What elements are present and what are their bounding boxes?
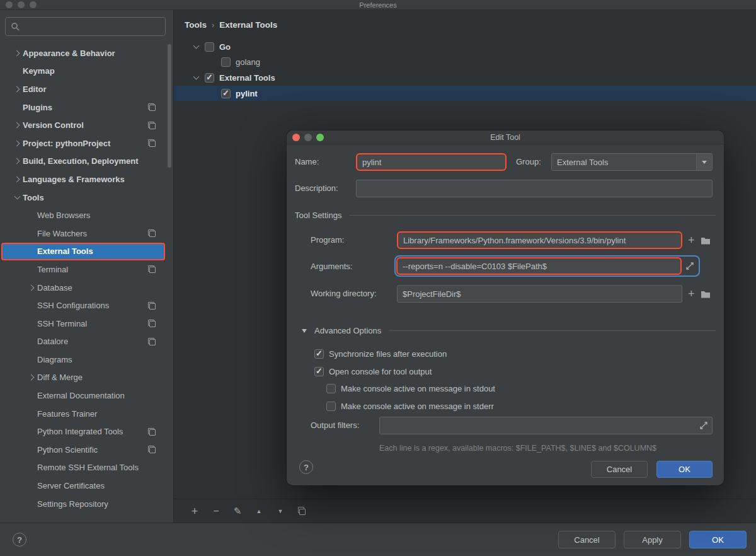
- sidebar-item-tools[interactable]: Tools: [1, 188, 165, 207]
- ok-button[interactable]: OK: [689, 531, 747, 548]
- option-synchronize-files-after-execution[interactable]: Synchronize files after execution: [314, 347, 447, 360]
- sidebar-item-keymap[interactable]: Keymap: [1, 62, 165, 81]
- option-label: Make console active on message in stderr: [341, 402, 494, 411]
- breadcrumb-external-tools[interactable]: External Tools: [219, 20, 277, 30]
- sidebar-item-label: Diagrams: [37, 355, 72, 364]
- apply-button[interactable]: Apply: [624, 531, 681, 548]
- settings-search-input[interactable]: [5, 17, 166, 36]
- sidebar-item-label: Database: [37, 283, 72, 292]
- shared-settings-icon: [148, 338, 156, 345]
- name-input[interactable]: [356, 153, 507, 171]
- sidebar-item-settings-repository[interactable]: Settings Repository: [1, 495, 165, 513]
- browse-folder-icon[interactable]: [701, 236, 711, 245]
- zoom-icon[interactable]: [30, 1, 37, 8]
- option-open-console-for-tool-output[interactable]: Open console for tool output: [314, 365, 432, 378]
- add-icon[interactable]: +: [190, 507, 199, 516]
- remove-icon[interactable]: −: [212, 507, 220, 516]
- dialog-help-button[interactable]: ?: [299, 460, 313, 474]
- chevron-right-icon[interactable]: [11, 175, 23, 183]
- move-up-icon[interactable]: ▲: [255, 507, 263, 516]
- chevron-down-icon[interactable]: [696, 154, 712, 170]
- sidebar-item-database[interactable]: Database: [1, 279, 165, 297]
- sidebar-item-terminal[interactable]: Terminal: [1, 260, 165, 279]
- copy-icon[interactable]: [297, 507, 306, 515]
- sidebar-item-external-tools[interactable]: External Tools: [1, 243, 165, 261]
- checkbox[interactable]: [314, 349, 324, 359]
- output-filters-input[interactable]: [379, 417, 713, 434]
- dialog-zoom-icon[interactable]: [316, 134, 324, 141]
- sidebar-item-build-execution-deployment[interactable]: Build, Execution, Deployment: [1, 153, 165, 171]
- working-directory-input[interactable]: [397, 285, 682, 303]
- option-make-console-active-on-message-in-stdout[interactable]: Make console active on message in stdout: [326, 382, 495, 395]
- sidebar-item-diagrams[interactable]: Diagrams: [1, 350, 165, 369]
- checkbox[interactable]: [205, 73, 214, 83]
- sidebar-item-external-documentation[interactable]: External Documentation: [1, 386, 165, 405]
- expand-output-filters-icon[interactable]: [699, 421, 708, 430]
- sidebar-item-server-certificates[interactable]: Server Certificates: [1, 477, 165, 495]
- sidebar-item-datalore[interactable]: Datalore: [1, 333, 165, 351]
- sidebar-item-python-scientific[interactable]: Python Scientific: [1, 441, 165, 459]
- checkbox[interactable]: [221, 57, 231, 67]
- minimize-icon[interactable]: [18, 1, 25, 8]
- sidebar-item-appearance-behavior[interactable]: Appearance & Behavior: [1, 44, 165, 62]
- chevron-spacer: [26, 463, 37, 472]
- chevron-right-icon[interactable]: [11, 157, 23, 166]
- arguments-input[interactable]: [396, 257, 682, 275]
- edit-icon[interactable]: ✎: [233, 507, 242, 516]
- group-select[interactable]: External Tools: [551, 153, 713, 171]
- move-down-icon[interactable]: ▼: [276, 507, 285, 516]
- help-button[interactable]: ?: [13, 533, 26, 547]
- sidebar-item-editor[interactable]: Editor: [1, 80, 165, 98]
- sidebar-item-python-integrated-tools[interactable]: Python Integrated Tools: [1, 422, 165, 441]
- sidebar-item-project-pythonproject[interactable]: Project: pythonProject: [1, 134, 165, 153]
- checkbox[interactable]: [314, 367, 324, 376]
- insert-macro-icon[interactable]: +: [688, 288, 695, 299]
- program-input[interactable]: [397, 231, 682, 249]
- checkbox[interactable]: [326, 402, 336, 411]
- tree-row-golang[interactable]: golang: [174, 55, 756, 71]
- description-input[interactable]: [356, 180, 713, 197]
- option-label: Make console active on message in stdout: [341, 384, 495, 393]
- insert-macro-icon[interactable]: +: [688, 235, 695, 246]
- dialog-ok-button[interactable]: OK: [656, 461, 713, 478]
- cancel-button[interactable]: Cancel: [558, 531, 616, 548]
- sidebar-item-remote-ssh-external-tools[interactable]: Remote SSH External Tools: [1, 459, 165, 477]
- chevron-down-icon[interactable]: [11, 193, 23, 202]
- option-label: Open console for tool output: [329, 367, 432, 376]
- breadcrumb-tools[interactable]: Tools: [185, 20, 207, 30]
- sidebar-item-file-watchers[interactable]: File Watchers: [1, 224, 165, 243]
- sidebar-item-diff-merge[interactable]: Diff & Merge: [1, 369, 165, 387]
- collapse-triangle-icon[interactable]: [302, 329, 307, 333]
- checkbox[interactable]: [205, 42, 214, 52]
- sidebar-item-plugins[interactable]: Plugins: [1, 98, 165, 117]
- chevron-right-icon[interactable]: [26, 283, 37, 292]
- chevron-right-icon[interactable]: [11, 84, 23, 93]
- sidebar-item-ssh-configurations[interactable]: SSH Configurations: [1, 296, 165, 315]
- tree-row-pylint[interactable]: pylint: [174, 86, 756, 101]
- sidebar-item-languages-frameworks[interactable]: Languages & Frameworks: [1, 170, 165, 188]
- checkbox[interactable]: [221, 89, 231, 98]
- advanced-options-label: Advanced Options: [314, 326, 381, 335]
- sidebar-item-ssh-terminal[interactable]: SSH Terminal: [1, 315, 165, 333]
- browse-folder-icon[interactable]: [701, 290, 711, 298]
- chevron-down-icon[interactable]: [190, 42, 202, 51]
- expand-arguments-icon[interactable]: [682, 262, 698, 270]
- sidebar-item-features-trainer[interactable]: Features Trainer: [1, 405, 165, 423]
- dialog-cancel-button[interactable]: Cancel: [591, 461, 648, 478]
- chevron-right-icon[interactable]: [11, 121, 23, 130]
- sidebar-item-web-browsers[interactable]: Web Browsers: [1, 206, 165, 224]
- chevron-right-icon[interactable]: [26, 373, 37, 382]
- advanced-options-section[interactable]: Advanced Options: [302, 326, 716, 335]
- tree-row-go[interactable]: Go: [174, 39, 756, 55]
- option-make-console-active-on-message-in-stderr[interactable]: Make console active on message in stderr: [326, 400, 494, 412]
- dialog-close-icon[interactable]: [292, 134, 300, 141]
- tree-row-external-tools[interactable]: External Tools: [174, 70, 756, 86]
- chevron-right-icon[interactable]: [11, 49, 23, 57]
- chevron-down-icon[interactable]: [190, 73, 202, 82]
- close-icon[interactable]: [6, 1, 13, 8]
- sidebar-item-version-control[interactable]: Version Control: [1, 116, 165, 134]
- dialog-minimize-icon[interactable]: [304, 134, 312, 141]
- checkbox[interactable]: [326, 384, 336, 393]
- chevron-right-icon[interactable]: [11, 139, 23, 148]
- sidebar-scrollbar[interactable]: [168, 44, 171, 168]
